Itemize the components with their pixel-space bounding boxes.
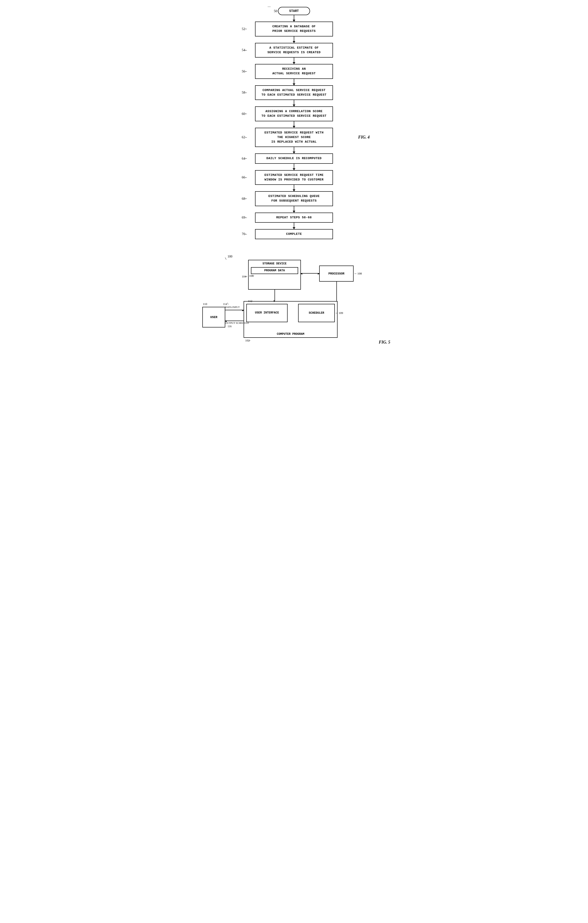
ref-109: 109: [339, 311, 343, 315]
arrow-8: [294, 164, 294, 170]
arrow-1: [294, 15, 294, 21]
flow-row-52: 52 — CREATING A DATABASE OFPRIOR SERVICE…: [195, 21, 393, 36]
ref-112: 112: [248, 299, 252, 303]
ref-110: 110: [203, 302, 207, 306]
ref-64: 64: [242, 157, 245, 161]
user-interface-label: USER INTERFACE: [255, 311, 279, 315]
ref-60: 60: [242, 112, 245, 116]
ref-114: 114: [223, 302, 227, 306]
program-data-box: PROGRAM DATA: [251, 267, 298, 274]
user-interface-box: USER INTERFACE 112: [246, 304, 288, 322]
computer-program-label: COMPUTER PROGRAM: [244, 331, 337, 336]
step-68-box: ESTIMATED SCHEDULING QUEUEFOR SUBSEQUENT…: [255, 191, 333, 206]
arrow-11: [294, 223, 294, 229]
step-62-box: ESTIMATED SERVICE REQUEST WITHTHE HIGHES…: [255, 128, 333, 147]
arrow-2: [294, 36, 294, 43]
step-58-box: COMPARING ACTUAL SERVICE REQUESTTO EACH …: [255, 85, 333, 100]
data-input-label: DATA INPUT: [225, 305, 240, 309]
ref-69: 69: [242, 215, 245, 220]
flow-row-62: 62 — ESTIMATED SERVICE REQUEST WITHTHE H…: [195, 128, 393, 147]
user-label: USER: [210, 315, 217, 319]
flow-row-68: 68 — ESTIMATED SCHEDULING QUEUEFOR SUBSE…: [195, 191, 393, 206]
arrow-3: [294, 57, 294, 64]
ref-50: 50: [265, 9, 279, 13]
scheduler-label: SCHEDULER: [309, 311, 324, 315]
arrow-storage-processor: ◀ ▶: [301, 273, 319, 274]
step-60-box: ASSIGNING A CORRELATION SCORETO EACH EST…: [255, 107, 333, 121]
ref-70: 70: [242, 232, 245, 236]
ref-66: 66: [242, 176, 245, 179]
output-schedule-arrow: ◀ OUTPUT SCHEDULE 116: [225, 320, 244, 321]
arrow-6: [294, 121, 294, 128]
computer-program-box: 102 — COMPUTER PROGRAM USER INTERFACE 11…: [244, 301, 337, 338]
start-oval: START: [278, 7, 310, 15]
flowchart-fig4: 50 — START 52 — CREATING A DATABASE OFPR…: [195, 7, 393, 239]
flow-row-69: 69 — REPEAT STEPS 58-68: [195, 213, 393, 223]
step-56-box: RECEIVING ANACTUAL SERVICE REQUEST: [255, 64, 333, 79]
ref-116: 116: [228, 325, 232, 328]
arrow-5: [294, 100, 294, 107]
flow-row-70: 70 — COMPLETE: [195, 229, 393, 239]
arrow-9: [294, 185, 294, 191]
flow-row-60: 60 — ASSIGNING A CORRELATION SCORETO EAC…: [195, 107, 393, 121]
ref-58: 58: [242, 90, 245, 94]
storage-device-box: STORAGE DEVICE PROGRAM DATA 104 — 106 —: [248, 260, 301, 290]
ref-68: 68: [242, 197, 245, 200]
step-52-box: CREATING A DATABASE OFPRIOR SERVICE REQU…: [255, 21, 333, 36]
fig5-label: FIG. 5: [379, 340, 390, 345]
step-66-box: ESTIMATED SERVICE REQUEST TIMEWINDOW IS …: [255, 170, 333, 185]
fig4-label: FIG. 4: [358, 135, 370, 140]
output-schedule-label: OUTPUT SCHEDULE: [225, 322, 249, 324]
flow-row-54: 54 — A STATISTICAL ESTIMATE OFSERVICE RE…: [195, 43, 393, 58]
data-input-arrow: ▶ DATA INPUT 114 \: [225, 310, 244, 310]
step-54-box: A STATISTICAL ESTIMATE OFSERVICE REQUEST…: [255, 43, 333, 58]
step-70-box: COMPLETE: [255, 229, 333, 239]
ref-54: 54: [242, 48, 245, 52]
user-box: USER 110: [202, 307, 225, 327]
ref-52: 52: [242, 27, 245, 31]
arrow-4: [294, 79, 294, 85]
storage-device-label: STORAGE DEVICE: [249, 260, 300, 267]
ref-62: 62: [242, 135, 245, 139]
flow-row-58: 58 — COMPARING ACTUAL SERVICE REQUESTTO …: [195, 85, 393, 100]
ref-56: 56: [242, 69, 245, 73]
scheduler-box: SCHEDULER 109 —: [298, 304, 335, 322]
flow-row-64: 64 — DAILY SCHEDULE IS RECOMPUTED: [195, 153, 393, 164]
block-diagram-fig5: 100 \ STORAGE DEVICE PROGRAM DATA 104 — …: [198, 253, 390, 345]
ref-100: 100: [228, 255, 233, 258]
flow-row-66: 66 — ESTIMATED SERVICE REQUEST TIMEWINDO…: [195, 170, 393, 185]
step-64-box: DAILY SCHEDULE IS RECOMPUTED: [255, 153, 333, 164]
arrow-7: [294, 147, 294, 153]
ref-108: 108: [357, 272, 362, 276]
arrow-10: [294, 206, 294, 213]
step-69-box: REPEAT STEPS 58-68: [255, 213, 333, 223]
processor-label: PROCESSOR: [328, 272, 344, 276]
processor-box: PROCESSOR 108 —: [319, 266, 354, 282]
flow-row-56: 56 — RECEIVING ANACTUAL SERVICE REQUEST: [195, 64, 393, 79]
arrow-storage-to-cp: ▼: [275, 290, 275, 301]
